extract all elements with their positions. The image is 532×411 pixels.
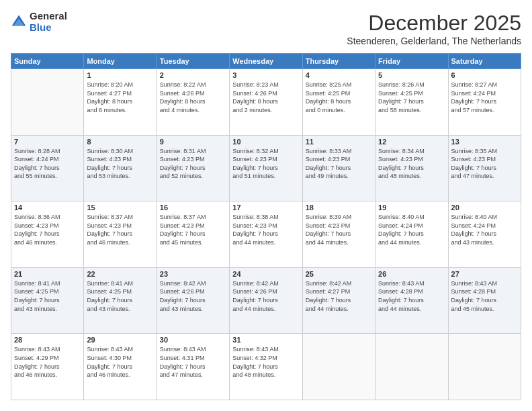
day-info: Sunrise: 8:41 AM Sunset: 4:25 PM Dayligh… xyxy=(14,279,81,313)
calendar-cell: 15Sunrise: 8:37 AM Sunset: 4:23 PM Dayli… xyxy=(84,201,157,268)
calendar-header-thursday: Thursday xyxy=(302,54,375,69)
day-number: 19 xyxy=(378,203,445,212)
day-number: 8 xyxy=(87,138,153,146)
day-info: Sunrise: 8:26 AM Sunset: 4:25 PM Dayligh… xyxy=(378,81,445,114)
day-number: 18 xyxy=(306,203,372,212)
day-number: 10 xyxy=(232,138,299,146)
calendar-cell: 9Sunrise: 8:31 AM Sunset: 4:23 PM Daylig… xyxy=(157,135,229,201)
day-number: 21 xyxy=(14,270,81,278)
location-title: Steenderen, Gelderland, The Netherlands xyxy=(347,36,521,46)
day-info: Sunrise: 8:38 AM Sunset: 4:23 PM Dayligh… xyxy=(232,213,299,246)
day-number: 9 xyxy=(160,138,226,146)
day-number: 5 xyxy=(378,71,445,79)
day-number: 29 xyxy=(87,336,153,344)
day-info: Sunrise: 8:42 AM Sunset: 4:26 PM Dayligh… xyxy=(160,279,226,313)
calendar-cell: 30Sunrise: 8:43 AM Sunset: 4:31 PM Dayli… xyxy=(157,334,229,400)
calendar-header-friday: Friday xyxy=(375,54,448,69)
day-number: 4 xyxy=(306,71,372,79)
day-number: 26 xyxy=(378,270,445,278)
calendar-cell: 20Sunrise: 8:40 AM Sunset: 4:24 PM Dayli… xyxy=(448,201,521,268)
calendar-header-row: SundayMondayTuesdayWednesdayThursdayFrid… xyxy=(11,54,521,69)
day-number: 16 xyxy=(160,203,226,212)
calendar-header-wednesday: Wednesday xyxy=(230,54,302,69)
day-info: Sunrise: 8:22 AM Sunset: 4:26 PM Dayligh… xyxy=(160,81,226,114)
calendar-cell: 2Sunrise: 8:22 AM Sunset: 4:26 PM Daylig… xyxy=(157,69,229,136)
day-info: Sunrise: 8:37 AM Sunset: 4:23 PM Dayligh… xyxy=(160,213,226,246)
calendar-week-row: 1Sunrise: 8:20 AM Sunset: 4:27 PM Daylig… xyxy=(11,69,521,136)
calendar-cell: 26Sunrise: 8:43 AM Sunset: 4:28 PM Dayli… xyxy=(375,267,448,334)
day-info: Sunrise: 8:39 AM Sunset: 4:23 PM Dayligh… xyxy=(306,213,372,246)
calendar-cell: 11Sunrise: 8:33 AM Sunset: 4:23 PM Dayli… xyxy=(302,135,375,201)
day-info: Sunrise: 8:41 AM Sunset: 4:25 PM Dayligh… xyxy=(87,279,153,313)
day-info: Sunrise: 8:37 AM Sunset: 4:23 PM Dayligh… xyxy=(87,213,153,246)
day-number: 3 xyxy=(232,71,299,79)
day-info: Sunrise: 8:27 AM Sunset: 4:24 PM Dayligh… xyxy=(451,81,518,114)
calendar-week-row: 21Sunrise: 8:41 AM Sunset: 4:25 PM Dayli… xyxy=(11,267,521,334)
logo-general-text: General xyxy=(30,11,67,22)
day-number: 24 xyxy=(232,270,299,278)
calendar-cell: 29Sunrise: 8:43 AM Sunset: 4:30 PM Dayli… xyxy=(84,334,157,400)
day-number: 1 xyxy=(87,71,153,79)
calendar-header-sunday: Sunday xyxy=(11,54,84,69)
calendar-cell: 27Sunrise: 8:43 AM Sunset: 4:28 PM Dayli… xyxy=(448,267,521,334)
day-number: 30 xyxy=(160,336,226,344)
calendar-cell: 19Sunrise: 8:40 AM Sunset: 4:24 PM Dayli… xyxy=(375,201,448,268)
calendar-cell: 4Sunrise: 8:25 AM Sunset: 4:25 PM Daylig… xyxy=(302,69,375,136)
calendar-cell xyxy=(448,334,521,400)
day-info: Sunrise: 8:20 AM Sunset: 4:27 PM Dayligh… xyxy=(87,81,153,114)
day-info: Sunrise: 8:35 AM Sunset: 4:23 PM Dayligh… xyxy=(451,147,518,181)
day-info: Sunrise: 8:23 AM Sunset: 4:26 PM Dayligh… xyxy=(232,81,299,114)
calendar-table: SundayMondayTuesdayWednesdayThursdayFrid… xyxy=(11,53,521,400)
calendar-cell: 22Sunrise: 8:41 AM Sunset: 4:25 PM Dayli… xyxy=(84,267,157,334)
calendar-cell: 13Sunrise: 8:35 AM Sunset: 4:23 PM Dayli… xyxy=(448,135,521,201)
calendar-header-monday: Monday xyxy=(84,54,157,69)
day-info: Sunrise: 8:42 AM Sunset: 4:26 PM Dayligh… xyxy=(232,279,299,313)
day-info: Sunrise: 8:43 AM Sunset: 4:30 PM Dayligh… xyxy=(87,345,153,379)
calendar-cell: 21Sunrise: 8:41 AM Sunset: 4:25 PM Dayli… xyxy=(11,267,84,334)
day-number: 2 xyxy=(160,71,226,79)
day-info: Sunrise: 8:32 AM Sunset: 4:23 PM Dayligh… xyxy=(232,147,299,181)
calendar-cell: 31Sunrise: 8:43 AM Sunset: 4:32 PM Dayli… xyxy=(230,334,302,400)
calendar-cell: 10Sunrise: 8:32 AM Sunset: 4:23 PM Dayli… xyxy=(230,135,302,201)
day-info: Sunrise: 8:36 AM Sunset: 4:23 PM Dayligh… xyxy=(14,213,81,246)
day-number: 28 xyxy=(14,336,81,344)
calendar-cell: 18Sunrise: 8:39 AM Sunset: 4:23 PM Dayli… xyxy=(302,201,375,268)
calendar-cell: 24Sunrise: 8:42 AM Sunset: 4:26 PM Dayli… xyxy=(230,267,302,334)
calendar-cell: 28Sunrise: 8:43 AM Sunset: 4:29 PM Dayli… xyxy=(11,334,84,400)
day-info: Sunrise: 8:40 AM Sunset: 4:24 PM Dayligh… xyxy=(451,213,518,246)
day-number: 13 xyxy=(451,138,518,146)
day-info: Sunrise: 8:43 AM Sunset: 4:31 PM Dayligh… xyxy=(160,345,226,379)
calendar-cell xyxy=(375,334,448,400)
calendar-cell: 14Sunrise: 8:36 AM Sunset: 4:23 PM Dayli… xyxy=(11,201,84,268)
calendar-cell: 7Sunrise: 8:28 AM Sunset: 4:24 PM Daylig… xyxy=(11,135,84,201)
day-info: Sunrise: 8:30 AM Sunset: 4:23 PM Dayligh… xyxy=(87,147,153,181)
day-number: 25 xyxy=(306,270,372,278)
title-block: December 2025 Steenderen, Gelderland, Th… xyxy=(347,11,521,46)
day-info: Sunrise: 8:43 AM Sunset: 4:28 PM Dayligh… xyxy=(378,279,445,313)
day-info: Sunrise: 8:25 AM Sunset: 4:25 PM Dayligh… xyxy=(306,81,372,114)
day-info: Sunrise: 8:40 AM Sunset: 4:24 PM Dayligh… xyxy=(378,213,445,246)
header: General Blue December 2025 Steenderen, G… xyxy=(11,11,521,46)
calendar-cell: 16Sunrise: 8:37 AM Sunset: 4:23 PM Dayli… xyxy=(157,201,229,268)
day-info: Sunrise: 8:34 AM Sunset: 4:23 PM Dayligh… xyxy=(378,147,445,181)
day-info: Sunrise: 8:42 AM Sunset: 4:27 PM Dayligh… xyxy=(306,279,372,313)
day-number: 7 xyxy=(14,138,81,146)
day-number: 15 xyxy=(87,203,153,212)
calendar-cell xyxy=(11,69,84,136)
day-info: Sunrise: 8:43 AM Sunset: 4:32 PM Dayligh… xyxy=(232,345,299,379)
day-info: Sunrise: 8:43 AM Sunset: 4:28 PM Dayligh… xyxy=(451,279,518,313)
day-number: 11 xyxy=(306,138,372,146)
day-number: 31 xyxy=(232,336,299,344)
calendar-cell xyxy=(302,334,375,400)
calendar-week-row: 28Sunrise: 8:43 AM Sunset: 4:29 PM Dayli… xyxy=(11,334,521,400)
day-number: 12 xyxy=(378,138,445,146)
calendar-cell: 3Sunrise: 8:23 AM Sunset: 4:26 PM Daylig… xyxy=(230,69,302,136)
calendar-header-tuesday: Tuesday xyxy=(157,54,229,69)
calendar-week-row: 7Sunrise: 8:28 AM Sunset: 4:24 PM Daylig… xyxy=(11,135,521,201)
logo-icon xyxy=(11,14,27,30)
day-number: 23 xyxy=(160,270,226,278)
calendar-week-row: 14Sunrise: 8:36 AM Sunset: 4:23 PM Dayli… xyxy=(11,201,521,268)
day-info: Sunrise: 8:33 AM Sunset: 4:23 PM Dayligh… xyxy=(306,147,372,181)
day-info: Sunrise: 8:43 AM Sunset: 4:29 PM Dayligh… xyxy=(14,345,81,379)
calendar-cell: 6Sunrise: 8:27 AM Sunset: 4:24 PM Daylig… xyxy=(448,69,521,136)
